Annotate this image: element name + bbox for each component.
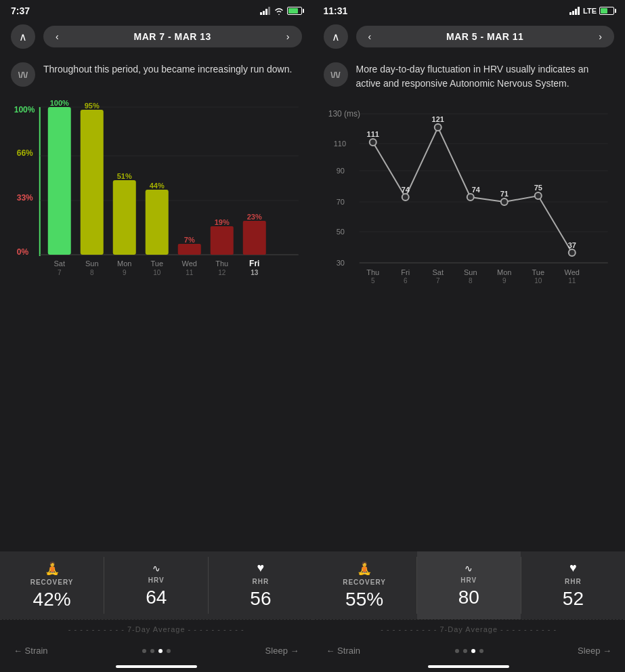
rhr-label-right: RHR [565, 578, 582, 585]
svg-text:44%: 44% [150, 182, 165, 190]
svg-text:7: 7 [435, 277, 439, 285]
bar-chart-svg-left: 100% 66% 33% 0% 100% Sat 7 95% Sun 8 51%… [11, 100, 302, 290]
hrv-value-left: 64 [146, 587, 167, 608]
tab-rhr-right[interactable]: ♥ RHR 52 [521, 551, 625, 619]
recovery-value-right: 55% [345, 589, 383, 610]
chevron-up-icon-left: ∧ [19, 30, 27, 43]
svg-text:130 (ms): 130 (ms) [328, 109, 360, 119]
svg-text:6: 6 [403, 277, 407, 285]
whoop-logo-left: \/\/ [11, 62, 35, 87]
svg-text:Sat: Sat [432, 268, 444, 276]
date-nav-right: ‹ MAR 5 - MAR 11 › [356, 26, 615, 47]
svg-text:Thu: Thu [366, 268, 379, 276]
bottom-nav-left: ← Strain Sleep → [0, 639, 313, 663]
date-nav-left: ‹ MAR 7 - MAR 13 › [43, 26, 302, 47]
svg-text:10: 10 [153, 269, 161, 276]
bottom-tabs-left: 🧘 RECOVERY 42% ∿ HRV 64 ♥ RHR 56 [0, 551, 313, 619]
svg-text:7: 7 [58, 269, 62, 276]
bar-chart-area-left: 100% 66% 33% 0% 100% Sat 7 95% Sun 8 51%… [0, 95, 313, 551]
rhr-value-left: 56 [250, 588, 271, 610]
chevron-up-icon-right: ∧ [332, 30, 340, 43]
tab-hrv-left[interactable]: ∿ HRV 64 [104, 551, 208, 619]
svg-rect-41 [569, 12, 572, 15]
status-icons-left [260, 7, 302, 15]
svg-text:10: 10 [534, 277, 542, 285]
svg-text:37: 37 [567, 241, 576, 249]
home-indicator-left [116, 665, 197, 668]
svg-text:Mon: Mon [117, 259, 131, 268]
svg-text:74: 74 [401, 186, 410, 194]
hrv-icon-right: ∿ [465, 563, 473, 574]
svg-text:50: 50 [336, 228, 344, 236]
svg-text:8: 8 [468, 277, 472, 285]
svg-rect-1 [263, 11, 265, 15]
page-dots-right [455, 649, 483, 653]
svg-text:111: 111 [366, 130, 379, 138]
time-left: 7:37 [11, 5, 30, 16]
svg-text:110: 110 [333, 140, 345, 148]
tab-recovery-right[interactable]: 🧘 RECOVERY 55% [313, 551, 416, 619]
hrv-label-left: HRV [148, 576, 165, 584]
strain-link-left[interactable]: ← Strain [14, 646, 48, 656]
svg-text:51%: 51% [117, 172, 132, 180]
tab-rhr-left[interactable]: ♥ RHR 56 [209, 551, 312, 619]
svg-text:70: 70 [336, 198, 344, 206]
tab-recovery-left[interactable]: 🧘 RECOVERY 42% [0, 551, 104, 619]
line-chart-area-right: 130 (ms) 110 90 70 50 30 111 Thu 5 7 [313, 99, 626, 551]
point-fri6 [402, 194, 408, 201]
point-thu5 [369, 139, 376, 146]
svg-rect-33 [211, 226, 234, 255]
lte-label-right: LTE [583, 7, 597, 15]
message-area-right: \/\/ More day-to-day fluctuation in HRV … [313, 54, 626, 99]
left-screen: 7:37 ∧ ‹ MAR [0, 0, 313, 672]
seven-day-left: - - - - - - - - - - 7-Day Average - - - … [0, 619, 313, 639]
svg-text:Sun: Sun [463, 268, 477, 276]
insight-message-left: Throughout this period, you became incre… [43, 62, 292, 77]
svg-text:9: 9 [502, 277, 506, 285]
prev-week-button-left[interactable]: ‹ [53, 30, 62, 43]
next-week-button-left[interactable]: › [284, 30, 293, 43]
svg-text:0%: 0% [17, 247, 29, 257]
rhr-icon-left: ♥ [257, 561, 265, 575]
svg-text:100%: 100% [50, 100, 69, 107]
dot-3-right [471, 649, 475, 653]
sleep-link-left[interactable]: Sleep → [265, 646, 299, 656]
svg-text:Sun: Sun [85, 259, 99, 268]
bottom-tabs-right: 🧘 RECOVERY 55% ∿ HRV 80 ♥ RHR 52 [313, 551, 626, 619]
svg-text:Thu: Thu [215, 259, 228, 268]
svg-rect-37 [243, 221, 266, 255]
battery-fill-left [288, 8, 298, 14]
recovery-label-right: RECOVERY [343, 579, 386, 586]
dot-1-right [455, 649, 459, 653]
date-range-left: MAR 7 - MAR 13 [134, 31, 211, 42]
svg-text:121: 121 [431, 115, 444, 123]
svg-text:23%: 23% [247, 213, 262, 221]
next-week-button-right[interactable]: › [596, 30, 605, 43]
svg-text:11: 11 [186, 269, 194, 276]
svg-text:Fri: Fri [401, 268, 410, 276]
svg-text:Wed: Wed [564, 268, 579, 276]
point-wed11 [568, 249, 575, 256]
prev-week-button-right[interactable]: ‹ [366, 30, 374, 43]
svg-text:74: 74 [471, 186, 480, 194]
back-button-right[interactable]: ∧ [324, 24, 348, 49]
svg-text:Fri: Fri [249, 259, 259, 268]
hrv-icon-left: ∿ [152, 563, 160, 574]
whoop-logo-right: \/\/ [324, 62, 348, 87]
hrv-value-right: 80 [458, 587, 479, 608]
svg-text:19%: 19% [215, 218, 230, 226]
recovery-icon-left: 🧘 [45, 561, 60, 576]
svg-rect-21 [113, 180, 136, 255]
back-button-left[interactable]: ∧ [11, 24, 35, 49]
tab-hrv-right[interactable]: ∿ HRV 80 [417, 551, 521, 619]
sleep-link-right[interactable]: Sleep → [578, 646, 611, 656]
svg-text:66%: 66% [17, 148, 33, 158]
point-sat7 [434, 124, 441, 131]
svg-text:5: 5 [370, 277, 374, 285]
svg-text:Sat: Sat [53, 259, 65, 268]
svg-text:11: 11 [568, 277, 576, 285]
battery-fill-right [601, 8, 607, 14]
svg-text:95%: 95% [85, 102, 100, 110]
strain-link-right[interactable]: ← Strain [326, 646, 361, 656]
recovery-icon-right: 🧘 [357, 561, 372, 576]
